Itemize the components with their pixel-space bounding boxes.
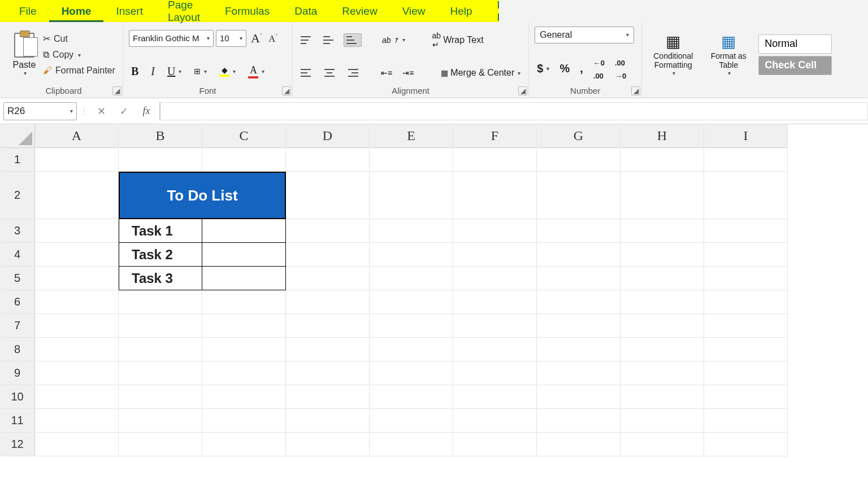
cell-G11[interactable] — [537, 409, 620, 433]
cancel-formula-button[interactable]: ✕ — [92, 102, 111, 120]
cell-C6[interactable] — [202, 290, 286, 314]
cell-A7[interactable] — [35, 314, 119, 338]
col-header-H[interactable]: H — [620, 124, 704, 148]
format-as-table-button[interactable]: ▦ Format as Table ▾ — [703, 31, 754, 78]
cell-F6[interactable] — [453, 290, 537, 314]
cell-A5[interactable] — [35, 267, 119, 290]
cell-C9[interactable] — [202, 361, 286, 385]
cell-H10[interactable] — [620, 385, 704, 409]
clipboard-launcher[interactable]: ◢ — [112, 86, 121, 95]
cell-F2[interactable] — [453, 172, 537, 219]
cell-F11[interactable] — [453, 409, 537, 433]
tab-data[interactable]: Data — [282, 1, 329, 22]
col-header-E[interactable]: E — [370, 124, 453, 148]
increase-indent-button[interactable]: ⇥≡ — [400, 67, 416, 79]
comma-format-button[interactable]: , — [578, 61, 585, 76]
todo-task-3-check[interactable] — [202, 267, 286, 290]
cell-E2[interactable] — [370, 172, 453, 219]
cell-D5[interactable] — [286, 267, 370, 290]
row-header-2[interactable]: 2 — [0, 172, 35, 219]
col-header-G[interactable]: G — [537, 124, 620, 148]
accounting-format-button[interactable]: $▾ — [535, 61, 552, 76]
cell-D3[interactable] — [286, 219, 370, 243]
font-launcher[interactable]: ◢ — [282, 86, 291, 95]
cell-G12[interactable] — [537, 433, 620, 456]
row-header-12[interactable]: 12 — [0, 433, 35, 456]
cell-D10[interactable] — [286, 385, 370, 409]
tab-review[interactable]: Review — [329, 1, 389, 22]
cell-E7[interactable] — [370, 314, 453, 338]
todo-task-1-check[interactable] — [202, 219, 286, 243]
cell-D8[interactable] — [286, 338, 370, 361]
cell-A12[interactable] — [35, 433, 119, 456]
cell-I10[interactable] — [704, 385, 788, 409]
row-header-7[interactable]: 7 — [0, 314, 35, 338]
align-top-button[interactable] — [298, 34, 315, 46]
cell-C11[interactable] — [202, 409, 286, 433]
cell-I9[interactable] — [704, 361, 788, 385]
insert-function-button[interactable]: fx — [137, 102, 156, 120]
align-center-button[interactable] — [321, 67, 338, 79]
cell-A10[interactable] — [35, 385, 119, 409]
cell-G7[interactable] — [537, 314, 620, 338]
cell-I3[interactable] — [704, 219, 788, 243]
formula-input[interactable] — [159, 102, 868, 120]
cell-F3[interactable] — [453, 219, 537, 243]
cell-style-check-cell[interactable]: Check Cell — [758, 56, 832, 75]
cell-F5[interactable] — [453, 267, 537, 290]
cell-A6[interactable] — [35, 290, 119, 314]
cell-G9[interactable] — [537, 361, 620, 385]
conditional-formatting-button[interactable]: ▦ Conditional Formatting ▾ — [648, 31, 698, 78]
cell-G4[interactable] — [537, 243, 620, 267]
cell-D4[interactable] — [286, 243, 370, 267]
underline-button[interactable]: U▾ — [165, 64, 184, 79]
cell-B7[interactable] — [119, 314, 202, 338]
cell-D6[interactable] — [286, 290, 370, 314]
cell-C12[interactable] — [202, 433, 286, 456]
row-header-3[interactable]: 3 — [0, 219, 35, 243]
row-header-4[interactable]: 4 — [0, 243, 35, 267]
cell-H11[interactable] — [620, 409, 704, 433]
cell-H5[interactable] — [620, 267, 704, 290]
cell-D1[interactable] — [286, 148, 370, 172]
cell-G3[interactable] — [537, 219, 620, 243]
cell-G8[interactable] — [537, 338, 620, 361]
cell-H3[interactable] — [620, 219, 704, 243]
cell-B10[interactable] — [119, 385, 202, 409]
cell-C8[interactable] — [202, 338, 286, 361]
row-header-5[interactable]: 5 — [0, 267, 35, 290]
alignment-launcher[interactable]: ◢ — [518, 86, 527, 95]
cell-I11[interactable] — [704, 409, 788, 433]
cell-A9[interactable] — [35, 361, 119, 385]
row-header-10[interactable]: 10 — [0, 385, 35, 409]
cell-G1[interactable] — [537, 148, 620, 172]
format-painter-button[interactable]: 🖌 Format Painter — [42, 64, 116, 77]
cut-button[interactable]: ✂ Cut — [42, 32, 116, 45]
cell-H2[interactable] — [620, 172, 704, 219]
cell-D2[interactable] — [286, 172, 370, 219]
col-header-B[interactable]: B — [119, 124, 202, 148]
font-name-combo[interactable]: Franklin Gothic M ▾ — [129, 30, 214, 47]
cell-E11[interactable] — [370, 409, 453, 433]
orientation-button[interactable]: ab↗▾ — [380, 34, 407, 46]
decrease-font-button[interactable]: Aˇ — [267, 31, 280, 45]
decrease-decimal-button[interactable]: .00→0 — [613, 54, 628, 82]
tab-view[interactable]: View — [390, 1, 438, 22]
cell-G10[interactable] — [537, 385, 620, 409]
cell-I8[interactable] — [704, 338, 788, 361]
cell-D7[interactable] — [286, 314, 370, 338]
cell-F4[interactable] — [453, 243, 537, 267]
cell-B6[interactable] — [119, 290, 202, 314]
font-size-combo[interactable]: 10 ▾ — [216, 30, 246, 47]
row-header-8[interactable]: 8 — [0, 338, 35, 361]
todo-task-1[interactable]: Task 1 — [119, 219, 202, 243]
todo-task-2-check[interactable] — [202, 243, 286, 267]
tab-help[interactable]: Help — [437, 1, 484, 22]
confirm-formula-button[interactable]: ✓ — [114, 102, 133, 120]
cell-E3[interactable] — [370, 219, 453, 243]
cell-F7[interactable] — [453, 314, 537, 338]
cell-I5[interactable] — [704, 267, 788, 290]
cell-I4[interactable] — [704, 243, 788, 267]
cell-F10[interactable] — [453, 385, 537, 409]
cell-B12[interactable] — [119, 433, 202, 456]
